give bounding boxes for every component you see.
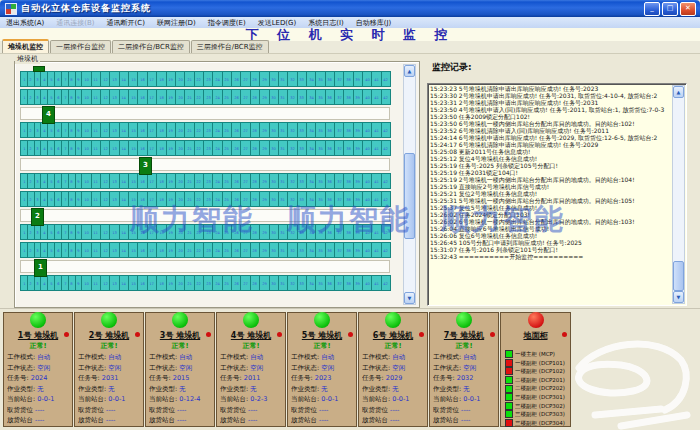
rack-cell-number: 13 [112, 146, 117, 151]
rack-cell[interactable]: 42 [381, 173, 391, 189]
scroll-up-icon[interactable]: ▲ [404, 65, 415, 77]
rack-cell-number: 17 [150, 77, 155, 82]
rack-cell-number: 32 [290, 95, 295, 100]
rack-cell[interactable]: 42 [381, 191, 391, 207]
field-value: 自动 [463, 353, 476, 361]
close-button[interactable]: ✕ [680, 2, 696, 16]
rack-cell-number: 34 [309, 146, 314, 151]
scroll-down-icon[interactable]: ▼ [404, 292, 415, 304]
machine-fields: 工作模式: 自动工作状态: 空闲任务号: 2015作业类型: 无当前站台: 0-… [149, 352, 212, 426]
field-label: 当前站台: [362, 395, 392, 403]
minimize-button[interactable]: _ [644, 2, 660, 16]
machine-field: 工作状态: 空闲 [433, 363, 496, 374]
log-entry: 15:26:06 复位6号堆垛机任务信息成功! [430, 232, 674, 239]
rack-cell[interactable]: 42 [381, 224, 391, 240]
crane-2[interactable]: 2 [31, 208, 44, 226]
tab-二层操作台/BCR监控[interactable]: 二层操作台/BCR监控 [112, 40, 190, 53]
log-listbox[interactable]: 15:23:23 5号堆垛机清除申请出库响应响应成功! 任务号:202315:2… [427, 83, 687, 306]
rack-cell-number: 8 [70, 281, 72, 286]
rack-cell-number: 36 [328, 179, 333, 184]
tab-一层操作台监控[interactable]: 一层操作台监控 [50, 40, 111, 53]
rack-area: 1234567891011121314151617181920212223242… [20, 66, 392, 293]
field-label: 工作模式: [7, 353, 37, 361]
rack-cell-number: 35 [318, 281, 323, 286]
field-value: 2015 [173, 374, 190, 382]
rack-cell-number: 17 [150, 230, 155, 235]
field-value: 0-12-4 [179, 395, 200, 403]
log-scrollbar[interactable]: ▲ ▼ [672, 85, 685, 304]
rack-cell-number: 29 [262, 95, 267, 100]
machine-field: 取货货位 ---- [362, 405, 425, 416]
rack-cell[interactable]: 42 [381, 140, 391, 156]
scrollbar-thumb[interactable] [404, 153, 415, 239]
rack-cell-number: 31 [281, 281, 286, 286]
rack-cell-number: 16 [140, 95, 145, 100]
machine-field: 取货货位 ---- [78, 405, 141, 416]
log-entry: 15:23:50 4号堆垛机申请入(回)库响应成功! 任务号:2011, 取货站… [430, 106, 674, 113]
machine-field: 工作模式: 自动 [78, 352, 141, 363]
field-label: 作业类型: [362, 385, 392, 393]
rack-cell-number: 28 [253, 179, 258, 184]
rack-cell-number: 1 [23, 95, 25, 100]
rack-cell-number: 7 [64, 179, 66, 184]
machine-field: 当前站台: 0-0-1 [7, 394, 70, 405]
rack-cell-number: 20 [178, 197, 183, 202]
tab-三层操作台/BCR监控[interactable]: 三层操作台/BCR监控 [191, 40, 269, 53]
rack-cell-number: 7 [64, 128, 66, 133]
rack-cell[interactable]: 42 [381, 71, 391, 87]
title-bar[interactable]: 自动化立体仓库设备监控系统 _ □ ✕ [0, 0, 700, 17]
scroll-up-icon[interactable]: ▲ [673, 86, 684, 98]
cabinet-row-label: 一楼主柜 (MCP) [515, 350, 555, 359]
rack-cell[interactable]: 42 [381, 275, 391, 291]
machine-panel-7: 7号 堆垛机正常!工作模式: 自动工作状态: 空闲任务号: 2032作业类型: … [429, 312, 499, 427]
rack-cell[interactable]: 42 [381, 122, 391, 138]
rack-cell-number: 8 [70, 146, 72, 151]
rack-cell-number: 12 [103, 197, 108, 202]
comm-status-light [314, 312, 330, 328]
crane-4[interactable]: 4 [42, 106, 55, 124]
rack-cell-number: 4 [43, 128, 45, 133]
rack-cell-number: 10 [84, 179, 89, 184]
scrollbar-thumb[interactable] [673, 261, 684, 291]
rack-cell-number: 42 [384, 248, 389, 253]
rack-cell-number: 34 [309, 179, 314, 184]
rack-cell-number: 22 [197, 248, 202, 253]
comm-status-light [385, 312, 401, 328]
machine-field: 任务号: 2015 [149, 373, 212, 384]
rack-cell-number: 2 [30, 77, 32, 82]
cabinet-title: 地面柜 [501, 330, 570, 341]
machine-field: 放货站台 ---- [362, 415, 425, 426]
rack-cell-number: 12 [103, 95, 108, 100]
rack-cell-number: 13 [112, 248, 117, 253]
rack-cell-number: 38 [346, 179, 351, 184]
rack-cell-number: 23 [206, 281, 211, 286]
rack-cell-number: 20 [178, 248, 183, 253]
field-label: 工作模式: [149, 353, 179, 361]
scroll-down-icon[interactable]: ▼ [673, 291, 684, 303]
rack-cell-number: 31 [281, 197, 286, 202]
rack-cell-number: 3 [36, 230, 38, 235]
cabinet-row: 三楼副柜 (DCP301) [501, 393, 570, 402]
rack-scrollbar[interactable]: ▲ ▼ [403, 64, 416, 305]
rack-cell-number: 23 [206, 146, 211, 151]
rack-cell-number: 8 [70, 95, 72, 100]
rack-row: 1234567891011121314151617181920212223242… [20, 140, 390, 156]
log-entry: 15:23:31 2号堆垛机清除申请出库响应响应成功! 任务号:2031 [430, 99, 674, 106]
rack-cell-number: 22 [197, 179, 202, 184]
machine-field: 当前站台: 0-12-4 [149, 394, 212, 405]
log-entry: 15:31:07 任务号:2016 列条锁定101号分配口! [430, 246, 674, 253]
rack-cell-number: 33 [299, 95, 304, 100]
rack-cell-number: 1 [23, 128, 25, 133]
crane-3[interactable]: 3 [139, 157, 152, 175]
crane-1[interactable]: 1 [34, 259, 47, 277]
field-label: 当前站台: [220, 395, 250, 403]
alarm-dot-icon [206, 332, 211, 337]
cabinet-row-label: 三楼副柜 (DCP304) [515, 419, 565, 428]
maximize-button[interactable]: □ [662, 2, 678, 16]
rack-cell-number: 33 [299, 77, 304, 82]
rack-cell[interactable]: 42 [381, 242, 391, 258]
field-value: 无 [463, 385, 470, 393]
rack-cell-number: 9 [77, 281, 79, 286]
rack-cell[interactable]: 42 [381, 89, 391, 105]
tab-堆垛机监控[interactable]: 堆垛机监控 [2, 39, 49, 53]
